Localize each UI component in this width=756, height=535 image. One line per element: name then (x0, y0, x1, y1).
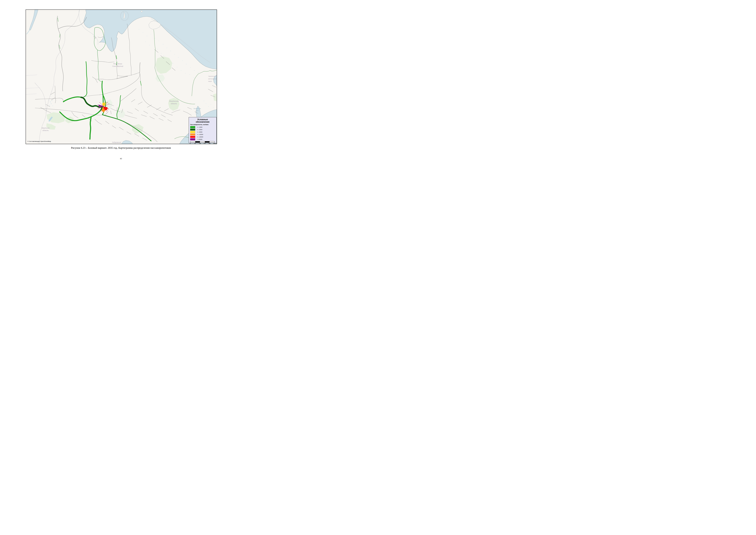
document-page: Республика Саха (Якутия) Иркутская облас… (0, 0, 242, 171)
legend-item-label: <= 10000 (197, 134, 203, 135)
scale-unit-label: km (215, 143, 217, 144)
scale-tick-label: 0 (190, 143, 191, 144)
scale-segment (209, 141, 214, 142)
legend-item-label: > 15000 (197, 138, 202, 140)
legend-items: <= 1500<= 3000<= 5000<= 10000<= 15000> 1… (190, 126, 215, 140)
legend-item-label: <= 5000 (197, 131, 202, 133)
legend-swatch (190, 126, 195, 128)
legend-title: Условные обозначения (190, 118, 215, 123)
legend-item: <= 3000 (190, 128, 215, 131)
scale-bar-segments (190, 141, 215, 143)
legend-swatch (190, 136, 195, 138)
legend-swatch (190, 138, 195, 140)
map-attribution: © Составляющие OpenStreetMap (27, 140, 51, 142)
legend-item: <= 15000 (190, 136, 215, 138)
page-number: 43 (0, 157, 242, 160)
scale-segment (200, 141, 205, 142)
legend-item: <= 1500 (190, 126, 215, 128)
scale-tick-label: 350 (213, 143, 215, 144)
map-legend: Условные обозначения Пассажиропоток, чел… (189, 117, 217, 143)
legend-item: > 15000 (190, 138, 215, 140)
legend-item-label: <= 1500 (197, 126, 202, 128)
legend-swatch (190, 131, 195, 133)
scale-segment (195, 141, 200, 142)
legend-swatch (190, 128, 195, 130)
scale-tick-label: 140 (199, 143, 201, 144)
legend-item: <= 5000 (190, 131, 215, 133)
scale-tick-label: 210 (203, 143, 205, 144)
figure-caption: Рисунок 6.23 – Базовый вариант. 2035 год… (0, 146, 242, 150)
map-canvas (26, 10, 217, 144)
scale-segment (190, 141, 195, 142)
legend-item: <= 10000 (190, 133, 215, 136)
scale-segment (205, 141, 210, 142)
legend-subtitle: Пассажиропоток, чел/мес (190, 124, 215, 126)
legend-swatch (190, 133, 195, 135)
legend-item-label: <= 15000 (197, 136, 203, 138)
scale-tick-label: 70 (194, 143, 196, 144)
map-figure: Республика Саха (Якутия) Иркутская облас… (26, 10, 217, 144)
scale-bar-ticks: 070140210280350km (190, 143, 214, 144)
scale-bar: 070140210280350km (190, 141, 215, 144)
legend-item-label: <= 3000 (197, 129, 202, 130)
scale-tick-label: 280 (208, 143, 210, 144)
